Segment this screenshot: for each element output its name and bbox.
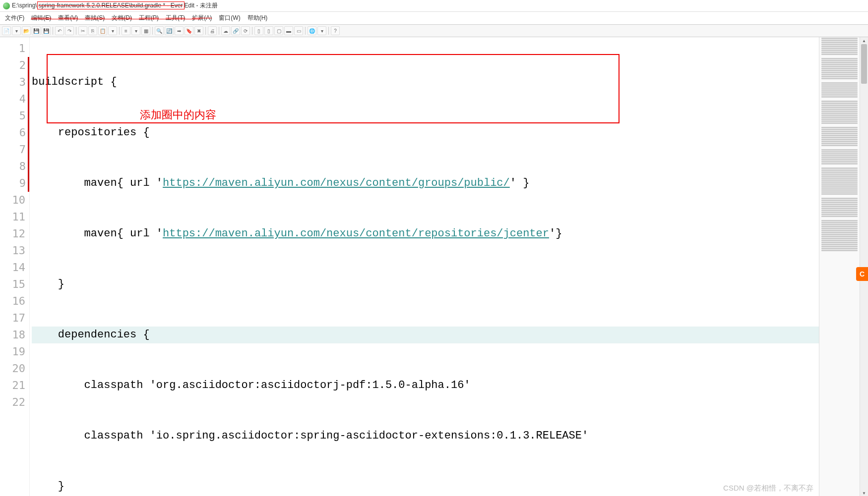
annotation-text: 添加圈中的内容 — [140, 107, 216, 123]
paste-icon[interactable]: 📋 — [98, 26, 107, 35]
panel3-icon[interactable]: ▢ — [274, 26, 283, 35]
panel1-icon[interactable]: ▯ — [254, 26, 263, 35]
menu-edit[interactable]: 编辑(E) — [28, 13, 54, 23]
clear-bookmark-icon[interactable]: ✖ — [194, 26, 203, 35]
minimap-block — [819, 38, 860, 55]
line-number: 16 — [0, 293, 25, 310]
toolbar-separator — [53, 27, 53, 35]
bookmark-icon[interactable]: 🔖 — [185, 26, 193, 35]
menu-window[interactable]: 窗口(W) — [216, 13, 243, 23]
line-number: 18 — [0, 327, 25, 343]
line-number-gutter: 1 2 3 4 5 6 7 8 9 10 11 12 13 14 15 16 1… — [0, 37, 30, 496]
find-icon[interactable]: 🔍 — [155, 26, 164, 35]
line-number: 6 — [0, 124, 29, 141]
toolbar-separator — [76, 27, 76, 35]
code-line: maven{ url 'https://maven.aliyun.com/nex… — [32, 225, 819, 242]
link-icon[interactable]: 🔗 — [231, 26, 240, 35]
browser-icon[interactable]: 🌐 — [308, 26, 316, 35]
side-badge-icon[interactable]: C — [856, 267, 868, 281]
minimap-block — [819, 220, 860, 251]
minimap-block — [819, 198, 860, 217]
line-number: 7 — [0, 141, 29, 158]
panel4-icon[interactable]: ▬ — [284, 26, 293, 35]
minimap-block — [819, 58, 860, 79]
minimap-block — [819, 82, 860, 98]
minimap-block — [819, 149, 860, 165]
url-link[interactable]: https://maven.aliyun.com/nexus/content/g… — [163, 177, 510, 189]
browser-dropdown-icon[interactable]: ▾ — [317, 26, 326, 35]
line-number: 3 — [0, 74, 29, 91]
line-number: 9 — [0, 175, 29, 192]
code-line: classpath 'io.spring.asciidoctor:spring-… — [32, 428, 819, 444]
toolbar-separator — [119, 27, 120, 35]
copy-icon[interactable]: ⎘ — [88, 26, 97, 35]
menu-help[interactable]: 帮助(H) — [245, 13, 271, 23]
code-line: maven{ url 'https://maven.aliyun.com/nex… — [32, 175, 819, 192]
toolbar-separator — [252, 27, 252, 35]
scroll-down-icon[interactable]: ▼ — [860, 490, 868, 496]
code-editor[interactable]: buildscript { repositories { maven{ url … — [30, 37, 819, 496]
menu-view[interactable]: 查看(V) — [55, 13, 81, 23]
line-number: 12 — [0, 225, 25, 242]
print-icon[interactable]: 🖨 — [208, 26, 217, 35]
open-icon[interactable]: 📂 — [22, 26, 31, 35]
save-icon[interactable]: 💾 — [32, 26, 41, 35]
minimap-block — [819, 167, 860, 195]
minimap[interactable] — [819, 37, 860, 496]
menu-bar: 文件(F) 编辑(E) 查看(V) 查找(S) 文档(D) 工程(P) 工具(T… — [0, 12, 868, 25]
toolbar-separator — [305, 27, 306, 35]
line-number: 13 — [0, 242, 25, 259]
undo-icon[interactable]: ↶ — [55, 26, 64, 35]
replace-icon[interactable]: 🔄 — [165, 26, 174, 35]
scroll-thumb[interactable] — [861, 44, 867, 84]
toolbar: 📄 ▾ 📂 💾 💾 ↶ ↷ ✂ ⎘ 📋 ▾ ≡ ▾ ▦ 🔍 🔄 ➡ 🔖 ✖ 🖨 … — [0, 25, 868, 37]
cut-icon[interactable]: ✂ — [78, 26, 87, 35]
line-number: 14 — [0, 259, 25, 276]
line-number: 11 — [0, 209, 25, 225]
code-line: classpath 'org.asciidoctor:asciidoctorj-… — [32, 377, 819, 394]
code-line: } — [32, 276, 819, 293]
paste-dropdown-icon[interactable]: ▾ — [108, 26, 117, 35]
indent-dropdown-icon[interactable]: ▾ — [131, 26, 140, 35]
code-line: repositories { — [32, 124, 819, 141]
share-icon[interactable]: ☁ — [221, 26, 230, 35]
line-number: 5 — [0, 108, 29, 124]
minimap-block — [819, 127, 860, 146]
line-number: 20 — [0, 360, 25, 377]
help-icon[interactable]: ? — [331, 26, 340, 35]
menu-doc[interactable]: 文档(D) — [109, 13, 135, 23]
line-number: 1 — [0, 40, 25, 57]
url-link[interactable]: https://maven.aliyun.com/nexus/content/r… — [163, 227, 549, 240]
dropdown-icon[interactable]: ▾ — [12, 26, 21, 35]
minimap-block — [819, 101, 860, 124]
line-number: 2 — [0, 57, 29, 74]
panel5-icon[interactable]: ▭ — [294, 26, 303, 35]
refresh-icon[interactable]: ⟳ — [241, 26, 250, 35]
wrap-icon[interactable]: ▦ — [141, 26, 150, 35]
line-number: 10 — [0, 192, 25, 209]
line-number: 4 — [0, 91, 29, 108]
code-line: buildscript { — [32, 74, 819, 91]
line-number: 8 — [0, 158, 29, 175]
new-file-icon[interactable]: 📄 — [2, 26, 11, 35]
code-line: } — [32, 478, 819, 495]
app-icon — [3, 2, 10, 9]
toolbar-separator — [205, 27, 206, 35]
menu-tools[interactable]: 工具(T) — [163, 13, 188, 23]
code-line-highlighted: dependencies { — [32, 327, 819, 343]
redo-icon[interactable]: ↷ — [65, 26, 74, 35]
panel2-icon[interactable]: ▯ — [264, 26, 273, 35]
goto-icon[interactable]: ➡ — [175, 26, 184, 35]
title-bar: E:\spring\spring-framework-5.2.0.RELEASE… — [0, 0, 868, 12]
toolbar-separator — [152, 27, 153, 35]
scroll-up-icon[interactable]: ▲ — [860, 37, 868, 44]
menu-search[interactable]: 查找(S) — [82, 13, 108, 23]
menu-file[interactable]: 文件(F) — [2, 13, 27, 23]
indent-icon[interactable]: ≡ — [122, 26, 130, 35]
menu-ext[interactable]: 扩展(A) — [189, 13, 215, 23]
save-all-icon[interactable]: 💾 — [42, 26, 51, 35]
editor-area: 1 2 3 4 5 6 7 8 9 10 11 12 13 14 15 16 1… — [0, 37, 868, 496]
line-number: 17 — [0, 310, 25, 327]
toolbar-separator — [219, 27, 219, 35]
menu-project[interactable]: 工程(P) — [136, 13, 162, 23]
